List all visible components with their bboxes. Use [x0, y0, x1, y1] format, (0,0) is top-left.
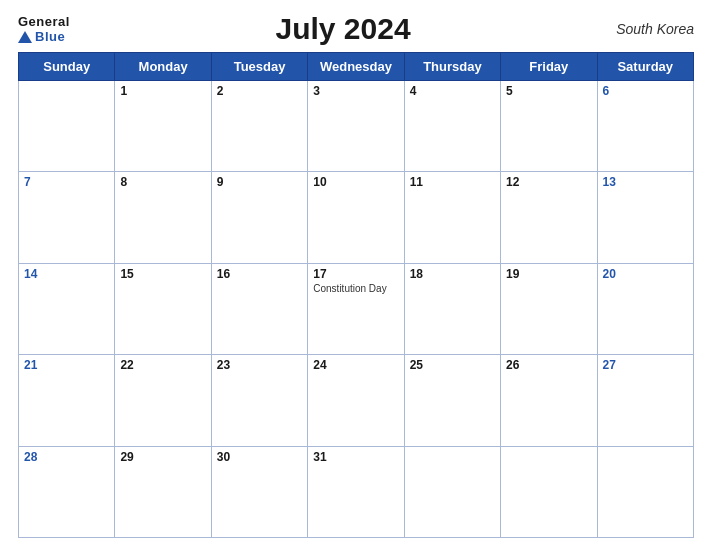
calendar-week-row: 21222324252627 [19, 355, 694, 446]
calendar-day-cell [404, 446, 500, 537]
day-number: 27 [603, 358, 688, 372]
day-number: 19 [506, 267, 591, 281]
day-number: 24 [313, 358, 398, 372]
day-number: 9 [217, 175, 302, 189]
day-number: 15 [120, 267, 205, 281]
calendar-day-cell: 3 [308, 81, 404, 172]
calendar-day-cell: 25 [404, 355, 500, 446]
day-number: 31 [313, 450, 398, 464]
calendar-day-cell [501, 446, 597, 537]
event-label: Constitution Day [313, 283, 398, 295]
calendar-day-cell: 2 [211, 81, 307, 172]
day-number: 23 [217, 358, 302, 372]
day-number: 22 [120, 358, 205, 372]
calendar-day-cell: 5 [501, 81, 597, 172]
calendar-day-cell: 27 [597, 355, 693, 446]
day-number: 3 [313, 84, 398, 98]
day-number: 13 [603, 175, 688, 189]
header-friday: Friday [501, 53, 597, 81]
calendar-day-cell: 24 [308, 355, 404, 446]
calendar-table: Sunday Monday Tuesday Wednesday Thursday… [18, 52, 694, 538]
calendar-day-cell: 10 [308, 172, 404, 263]
day-number: 2 [217, 84, 302, 98]
calendar-day-cell: 21 [19, 355, 115, 446]
calendar-day-cell: 23 [211, 355, 307, 446]
header-sunday: Sunday [19, 53, 115, 81]
calendar-day-cell: 4 [404, 81, 500, 172]
logo-general-text: General [18, 14, 70, 29]
logo: General Blue [18, 14, 70, 44]
calendar-day-cell: 30 [211, 446, 307, 537]
calendar-day-cell [597, 446, 693, 537]
calendar-day-cell: 17Constitution Day [308, 263, 404, 354]
calendar-day-cell: 1 [115, 81, 211, 172]
calendar-day-cell: 7 [19, 172, 115, 263]
calendar-day-cell: 20 [597, 263, 693, 354]
calendar-week-row: 78910111213 [19, 172, 694, 263]
day-number: 17 [313, 267, 398, 281]
calendar-week-row: 123456 [19, 81, 694, 172]
weekday-header-row: Sunday Monday Tuesday Wednesday Thursday… [19, 53, 694, 81]
day-number: 25 [410, 358, 495, 372]
day-number: 21 [24, 358, 109, 372]
calendar-day-cell: 29 [115, 446, 211, 537]
day-number: 4 [410, 84, 495, 98]
day-number: 29 [120, 450, 205, 464]
calendar-day-cell: 22 [115, 355, 211, 446]
calendar-day-cell: 6 [597, 81, 693, 172]
day-number: 26 [506, 358, 591, 372]
day-number: 20 [603, 267, 688, 281]
calendar-day-cell: 15 [115, 263, 211, 354]
day-number: 6 [603, 84, 688, 98]
header-wednesday: Wednesday [308, 53, 404, 81]
calendar-day-cell: 18 [404, 263, 500, 354]
calendar-day-cell: 11 [404, 172, 500, 263]
day-number: 8 [120, 175, 205, 189]
calendar-day-cell: 8 [115, 172, 211, 263]
logo-blue-text: Blue [18, 29, 65, 44]
header-monday: Monday [115, 53, 211, 81]
calendar-day-cell: 12 [501, 172, 597, 263]
calendar-day-cell: 31 [308, 446, 404, 537]
calendar-day-cell: 16 [211, 263, 307, 354]
calendar-day-cell: 19 [501, 263, 597, 354]
header-saturday: Saturday [597, 53, 693, 81]
calendar-day-cell: 28 [19, 446, 115, 537]
logo-triangle-icon [18, 31, 32, 43]
day-number: 14 [24, 267, 109, 281]
day-number: 18 [410, 267, 495, 281]
calendar-day-cell: 14 [19, 263, 115, 354]
calendar-day-cell: 26 [501, 355, 597, 446]
calendar-header: General Blue July 2024 South Korea [18, 12, 694, 46]
calendar-day-cell [19, 81, 115, 172]
country-label: South Korea [616, 21, 694, 37]
calendar-day-cell: 13 [597, 172, 693, 263]
day-number: 5 [506, 84, 591, 98]
header-thursday: Thursday [404, 53, 500, 81]
day-number: 1 [120, 84, 205, 98]
header-tuesday: Tuesday [211, 53, 307, 81]
day-number: 16 [217, 267, 302, 281]
day-number: 10 [313, 175, 398, 189]
day-number: 12 [506, 175, 591, 189]
month-title: July 2024 [275, 12, 410, 46]
day-number: 7 [24, 175, 109, 189]
day-number: 30 [217, 450, 302, 464]
calendar-week-row: 28293031 [19, 446, 694, 537]
calendar-week-row: 14151617Constitution Day181920 [19, 263, 694, 354]
day-number: 11 [410, 175, 495, 189]
calendar-day-cell: 9 [211, 172, 307, 263]
day-number: 28 [24, 450, 109, 464]
